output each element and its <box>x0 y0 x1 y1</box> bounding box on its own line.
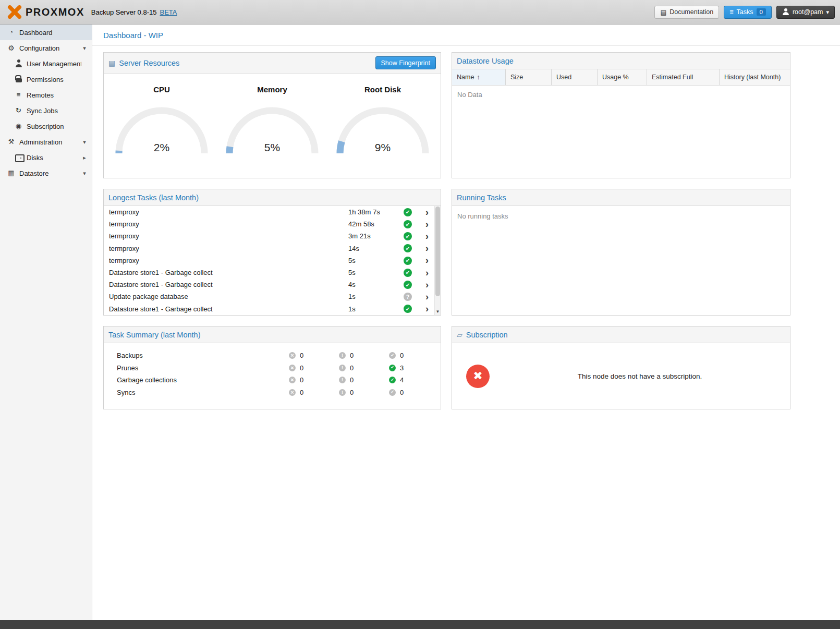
ticket-icon <box>457 331 462 339</box>
column-label: Name <box>457 74 474 81</box>
task-name: termproxy <box>109 257 348 264</box>
longest-tasks-header: Longest Tasks (last Month) <box>104 189 441 206</box>
task-row[interactable]: termproxy 5s <box>104 255 434 267</box>
task-duration: 3m 21s <box>348 232 404 240</box>
sidebar-item-configuration[interactable]: Configuration <box>0 40 92 56</box>
chevron-right-icon[interactable] <box>420 292 434 301</box>
subscription-body: This node does not have a subscription. <box>452 343 790 409</box>
sidebar-item-administration[interactable]: Administration <box>0 134 92 150</box>
column-size[interactable]: Size <box>506 69 552 85</box>
error-count: 0 <box>300 376 303 384</box>
gauge-value: 2% <box>108 141 215 154</box>
task-summary-title: Task Summary (last Month) <box>108 331 200 339</box>
error-count-icon <box>289 365 296 371</box>
error-count-icon <box>289 352 296 359</box>
warning-count: 0 <box>350 389 354 396</box>
sidebar-item-disks[interactable]: Disks <box>0 150 92 165</box>
sidebar-item-icon <box>14 153 23 162</box>
sidebar-item-label: Datastore <box>19 170 81 177</box>
scrollbar[interactable] <box>434 206 441 315</box>
sidebar-item-icon <box>14 122 23 130</box>
tasks-button[interactable]: Tasks 0 <box>724 6 772 19</box>
ok-count: 4 <box>400 376 404 384</box>
sidebar-item-permissions[interactable]: Permissions <box>0 71 92 87</box>
running-tasks-body: No running tasks <box>452 206 790 315</box>
task-row[interactable]: termproxy 14s <box>104 243 434 255</box>
task-summary-header: Task Summary (last Month) <box>104 326 441 343</box>
task-row[interactable]: termproxy 3m 21s <box>104 230 434 242</box>
tasks-count-badge: 0 <box>757 8 766 16</box>
sidebar-item-label: User Management <box>27 60 81 68</box>
expander-icon[interactable] <box>81 45 88 52</box>
gauge: Root Disk 9% <box>329 85 436 158</box>
column-used[interactable]: Used <box>552 69 598 85</box>
scrollbar-down-button[interactable] <box>435 308 441 315</box>
warning-count-icon <box>339 352 346 359</box>
expander-icon[interactable] <box>81 139 88 146</box>
task-row[interactable]: Datastore store1 - Garbage collect 1s <box>104 303 434 315</box>
error-count-icon <box>289 377 296 383</box>
column-usage[interactable]: Usage % <box>598 69 647 85</box>
datastore-usage-panel: Datastore Usage Name Size <box>452 52 790 178</box>
longest-tasks-panel: Longest Tasks (last Month) termproxy 1h … <box>103 189 441 316</box>
server-resources-icon <box>108 59 115 67</box>
sidebar-item-sync-jobs[interactable]: Sync Jobs <box>0 103 92 118</box>
gauges: CPU 2% Memory 5% <box>104 74 441 158</box>
bottom-bar <box>0 620 840 629</box>
chevron-right-icon[interactable] <box>420 256 434 265</box>
task-row[interactable]: Datastore store1 - Garbage collect 5s <box>104 267 434 279</box>
gauge: Memory 5% <box>218 85 326 158</box>
error-count: 0 <box>300 364 303 372</box>
sidebar-item-datastore[interactable]: Datastore <box>0 165 92 181</box>
task-row[interactable]: termproxy 42m 58s <box>104 218 434 230</box>
task-status-icon <box>404 232 412 240</box>
column-name[interactable]: Name <box>452 69 506 85</box>
content-area: Dashboard - WIP Server Resources Show Fi… <box>92 25 840 620</box>
user-icon <box>782 8 789 16</box>
user-menu-button[interactable]: root@pam <box>776 6 835 19</box>
sidebar-item-remotes[interactable]: Remotes <box>0 87 92 103</box>
summary-label: Prunes <box>117 364 289 372</box>
gauge-title: CPU <box>108 85 215 94</box>
sidebar-item-icon <box>7 28 16 37</box>
column-label: History (last Month) <box>724 74 781 81</box>
chevron-right-icon[interactable] <box>420 304 434 313</box>
user-label: root@pam <box>793 8 823 16</box>
task-summary-row: Syncs 0 0 <box>104 386 441 399</box>
task-status-icon <box>404 281 412 289</box>
task-status-icon <box>404 208 412 216</box>
summary-label: Syncs <box>117 389 289 396</box>
ok-count: 0 <box>400 352 404 359</box>
dashboard-panels: Server Resources Show Fingerprint CPU <box>92 46 840 409</box>
longest-tasks-list: termproxy 1h 38m 7s termproxy 42m 58s <box>104 206 441 315</box>
book-icon <box>660 8 666 16</box>
sidebar-item-user-management[interactable]: User Management <box>0 56 92 71</box>
scrollbar-thumb[interactable] <box>435 207 440 296</box>
show-fingerprint-button[interactable]: Show Fingerprint <box>375 56 436 69</box>
top-header: PROXMOX Backup Server 0.8-15 BETA Docume… <box>0 0 840 25</box>
task-row[interactable]: Datastore store1 - Garbage collect 4s <box>104 279 434 291</box>
chevron-right-icon[interactable] <box>420 280 434 289</box>
sidebar-item-icon <box>14 75 23 83</box>
sidebar-item-dashboard[interactable]: Dashboard <box>0 25 92 40</box>
column-history[interactable]: History (last Month) <box>720 69 790 85</box>
task-row[interactable]: Update package database 1s <box>104 291 434 303</box>
expander-icon[interactable] <box>81 170 88 177</box>
datastore-usage-columns: Name Size Used <box>452 69 790 86</box>
page-title: Dashboard - WIP <box>103 31 163 40</box>
no-running-tasks-text: No running tasks <box>452 206 790 226</box>
chevron-right-icon[interactable] <box>420 232 434 241</box>
documentation-button[interactable]: Documentation <box>654 6 719 19</box>
chevron-right-icon[interactable] <box>420 208 434 217</box>
beta-link[interactable]: BETA <box>160 8 177 16</box>
datastore-usage-header: Datastore Usage <box>452 53 790 69</box>
task-duration: 14s <box>348 245 404 252</box>
chevron-right-icon[interactable] <box>420 220 434 229</box>
chevron-right-icon[interactable] <box>420 268 434 277</box>
task-row[interactable]: termproxy 1h 38m 7s <box>104 206 434 218</box>
sidebar-item-subscription[interactable]: Subscription <box>0 118 92 134</box>
column-estimated-full[interactable]: Estimated Full <box>647 69 720 85</box>
expander-icon[interactable] <box>81 154 88 161</box>
chevron-right-icon[interactable] <box>420 244 434 253</box>
sidebar-item-label: Configuration <box>19 44 81 52</box>
